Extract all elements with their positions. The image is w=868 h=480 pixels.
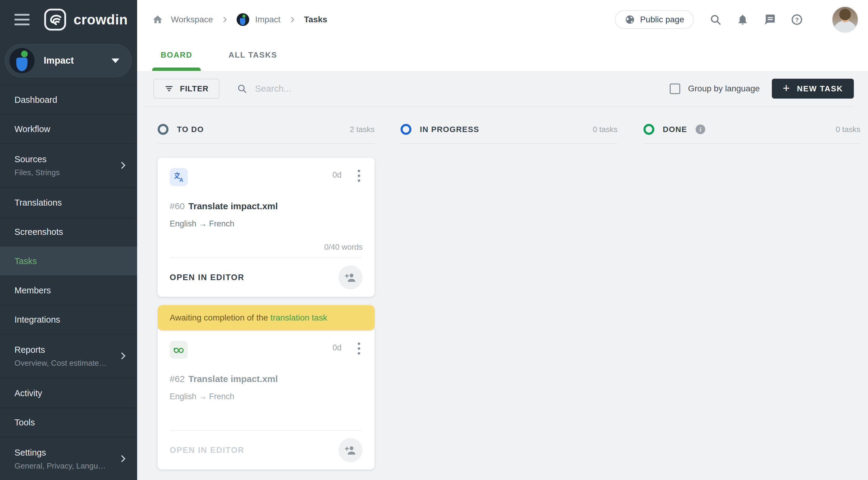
crowdin-logo[interactable]: crowdin [43,8,128,31]
notifications-bell-icon[interactable] [737,13,749,26]
chevron-right-icon [118,455,125,462]
main-area: Workspace Impact Tasks [137,0,868,480]
sidebar-item-activity[interactable]: Activity [0,379,137,408]
search-icon[interactable] [710,13,721,26]
done-count: 0 tasks [836,125,861,134]
topbar: Workspace Impact Tasks [137,0,868,39]
translation-task-link[interactable]: translation task [270,313,327,322]
chevron-down-icon [112,59,119,63]
task-word-count [170,415,363,425]
column-in-progress: IN PROGRESS 0 tasks [401,124,618,144]
column-todo-header: TO DO 2 tasks [158,124,375,144]
sidebar-item-settings[interactable]: Settings General, Privacy, Languages, Q… [0,437,137,480]
app-root: crowdin Impact Dashboard Workflow Source… [0,0,868,480]
task-duration: 0d [333,170,341,180]
task-card-62[interactable]: 0d #62Translate impact.xml English → Fre… [158,327,375,470]
assign-person-button[interactable] [338,265,363,290]
task-word-count: 0/40 words [170,242,363,253]
column-todo: TO DO 2 tasks [158,124,375,470]
sidebar-item-tasks[interactable]: Tasks [0,246,137,276]
active-tab-underline [152,67,201,71]
kebab-menu-icon[interactable] [355,341,363,356]
task-id: #62 [170,374,185,384]
project-selector[interactable]: Impact [5,44,132,77]
group-by-language-toggle[interactable]: Group by language [670,84,760,94]
hamburger-menu-icon[interactable] [14,14,30,25]
sidebar-item-reports[interactable]: Reports Overview, Cost estimate, Transl… [0,334,137,379]
chevron-right-icon [118,161,125,169]
task-duration: 0d [333,343,341,353]
sidebar-item-screenshots[interactable]: Screenshots [0,217,137,246]
done-status-icon [644,124,654,135]
public-page-button[interactable]: Public page [615,10,694,29]
tab-all-tasks[interactable]: ALL TASKS [220,39,285,71]
breadcrumb-current: Tasks [304,15,327,24]
group-by-language-label: Group by language [688,84,760,93]
open-in-editor-link-disabled: OPEN IN EDITOR [170,446,244,455]
sidebar-nav: Dashboard Workflow Sources Files, String… [0,85,137,480]
toolbar: FILTER Group by language + NEW TASK [145,71,854,107]
breadcrumb: Workspace Impact Tasks [152,13,327,26]
chevron-right-icon [288,16,296,24]
todo-status-icon [158,124,168,135]
kebab-menu-icon[interactable] [355,168,363,184]
info-icon[interactable]: i [695,124,705,134]
breadcrumb-workspace[interactable]: Workspace [171,15,213,24]
todo-count: 2 tasks [350,125,375,134]
task-board: TO DO 2 tasks [137,107,868,480]
sidebar-item-settings-subtitle: General, Privacy, Languages, Q… [14,461,107,471]
sidebar-item-workflow[interactable]: Workflow [0,114,137,144]
blocked-banner-text: Awaiting completion of the [170,313,268,322]
svg-text:?: ? [795,16,799,23]
assign-person-button[interactable] [338,438,363,462]
sidebar-item-translations[interactable]: Translations [0,188,137,217]
help-icon[interactable]: ? [791,13,803,26]
tab-board[interactable]: BOARD [152,39,201,71]
tab-bar: BOARD ALL TASKS [137,39,868,71]
column-done: DONE i 0 tasks [644,124,861,144]
sidebar: crowdin Impact Dashboard Workflow Source… [0,0,137,480]
project-avatar [237,13,249,26]
project-avatar [9,48,35,73]
new-task-button[interactable]: + NEW TASK [772,79,854,98]
brand-name: crowdin [73,11,128,28]
translate-task-icon: A [170,168,188,186]
filter-button[interactable]: FILTER [153,79,219,98]
sidebar-item-integrations[interactable]: Integrations [0,305,137,334]
task-card-60[interactable]: A 0d #60Translate impact.xml English → F… [158,158,375,297]
sidebar-item-reports-subtitle: Overview, Cost estimate, Transl… [14,359,107,368]
group-by-language-checkbox[interactable] [670,84,680,94]
breadcrumb-project[interactable]: Impact [237,13,281,26]
blocked-banner: Awaiting completion of thetranslation ta… [158,305,375,330]
sidebar-item-tools[interactable]: Tools [0,408,137,437]
chat-icon[interactable] [764,13,776,26]
open-in-editor-link[interactable]: OPEN IN EDITOR [170,273,244,282]
todo-cards: A 0d #60Translate impact.xml English → F… [158,158,375,470]
sidebar-item-dashboard[interactable]: Dashboard [0,85,137,114]
home-icon[interactable] [152,14,163,25]
svg-text:A: A [179,177,183,183]
crowdin-mark-icon [43,8,67,31]
filter-icon [164,84,174,93]
person-add-icon [344,444,357,457]
search-icon [237,84,247,94]
sidebar-item-members[interactable]: Members [0,276,137,305]
topbar-icons: ? [710,6,858,33]
user-avatar[interactable] [832,6,858,33]
search-input[interactable] [255,84,466,94]
globe-icon [624,14,635,25]
chevron-right-icon [118,352,125,359]
task-title[interactable]: #60Translate impact.xml [170,201,363,211]
sidebar-item-sources[interactable]: Sources Files, Strings [0,144,137,188]
task-title[interactable]: #62Translate impact.xml [170,374,363,384]
in-progress-count: 0 tasks [593,125,618,134]
task-languages: English → French [170,219,363,229]
toolbar-wrap: FILTER Group by language + NEW TASK [137,71,868,107]
column-done-header: DONE i 0 tasks [644,124,861,144]
plus-icon: + [783,82,790,94]
project-name: Impact [44,55,112,66]
sidebar-top: crowdin [0,0,137,39]
toolbar-search [237,84,670,94]
column-in-progress-header: IN PROGRESS 0 tasks [401,124,618,144]
chevron-right-icon [221,16,229,24]
